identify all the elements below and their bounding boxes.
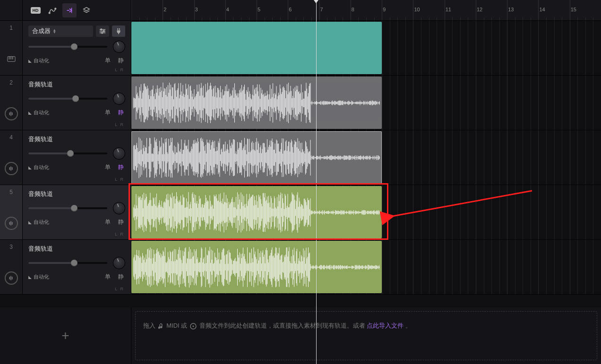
mute-button[interactable]: 静 [117,272,125,282]
automation-toggle[interactable]: ◣自动化 [28,273,99,280]
solo-button[interactable]: 单 [103,272,112,282]
lr-label: L R [115,122,124,127]
track-name: 合成器 [32,27,51,35]
mute-button[interactable]: 静 [117,162,125,172]
svg-point-8 [102,32,103,34]
pan-knob[interactable] [113,257,125,269]
hd-button[interactable]: HD [28,3,43,17]
header: HD 2345678910111213141516 [0,0,601,21]
track-lane[interactable] [131,240,601,294]
piano-icon [5,52,18,66]
volume-slider[interactable] [28,98,107,100]
mute-button[interactable]: 静 [117,56,125,66]
track-lane[interactable] [131,76,601,130]
track-index[interactable]: 4 [0,130,23,185]
pan-knob[interactable] [113,147,125,160]
svg-rect-5 [12,57,13,59]
plugin-button[interactable] [112,25,125,37]
add-track-button[interactable]: + [0,307,131,364]
svg-point-1 [55,8,56,9]
volume-slider[interactable] [28,207,107,209]
track-lane[interactable] [131,130,601,185]
lr-label: L R [115,287,124,291]
snap-tool-button[interactable] [62,3,77,17]
timeline-ruler[interactable]: 2345678910111213141516 [131,0,601,20]
automation-toggle[interactable]: ◣自动化 [28,219,99,226]
track-panel: 音频轨道◣自动化单静L R [23,130,131,185]
mute-button[interactable]: 静 [117,217,125,227]
toolbar: HD [23,0,131,20]
header-left-spacer [0,0,23,20]
solo-button[interactable]: 单 [103,217,112,227]
track-panel: 音频轨道◣自动化单静L R [23,240,131,294]
pan-knob[interactable] [113,93,125,105]
svg-point-6 [101,29,102,30]
mute-button[interactable]: 静 [117,108,125,118]
chevron-updown-icon: ▴▾ [53,29,56,34]
pan-knob[interactable] [113,41,125,53]
waveform-icon [5,271,18,285]
note-icon [158,323,164,330]
playhead[interactable] [316,0,317,364]
svg-point-7 [103,31,104,32]
mixer-button[interactable] [96,25,109,37]
track-name[interactable]: 音频轨道 [28,135,53,144]
track-name[interactable]: 音频轨道 [28,190,53,198]
svg-point-10 [192,325,194,327]
track-index[interactable]: 3 [0,240,23,294]
instrument-select[interactable]: 合成器▴▾ [28,25,93,37]
waveform-icon [5,107,18,120]
track-row: 3音频轨道◣自动化单静L R [0,240,601,295]
clip[interactable] [131,241,382,293]
tracks-area: 1合成器▴▾◣自动化单静L R2音频轨道◣自动化单静L R4音频轨道◣自动化单静… [0,21,601,307]
solo-button[interactable]: 单 [103,108,112,118]
svg-point-0 [49,12,50,14]
drop-zone-row: + 拖入 MIDI 或 音频文件到此处创建轨道，或直接拖入素材到现有轨道。或者 … [0,307,601,364]
track-row: 5音频轨道◣自动化单静L R [0,185,601,240]
drop-text: MIDI [166,322,179,329]
pan-knob[interactable] [113,202,125,214]
clip[interactable] [131,131,382,184]
track-name[interactable]: 音频轨道 [28,80,53,89]
volume-slider[interactable] [28,262,107,264]
disc-icon [190,323,197,330]
clip[interactable] [131,186,382,238]
drop-text: 或 [181,322,187,329]
drop-zone[interactable]: 拖入 MIDI 或 音频文件到此处创建轨道，或直接拖入素材到现有轨道。或者 点此… [135,311,597,360]
track-panel: 合成器▴▾◣自动化单静L R [23,21,131,75]
lr-label: L R [115,232,124,237]
volume-slider[interactable] [28,46,107,48]
svg-rect-3 [9,57,9,59]
clip[interactable] [131,76,382,129]
waveform [133,80,380,125]
track-index[interactable]: 2 [0,76,23,130]
volume-slider[interactable] [28,152,107,154]
track-panel: 音频轨道◣自动化单静L R [23,76,131,130]
track-lane[interactable] [131,185,601,239]
track-index[interactable]: 5 [0,185,23,239]
drop-text: 拖入 [143,322,155,329]
track-index[interactable]: 1 [0,21,23,75]
track-panel: 音频轨道◣自动化单静L R [23,185,131,239]
drop-text: 。 [405,322,412,329]
automation-toggle[interactable]: ◣自动化 [28,164,99,171]
track-name[interactable]: 音频轨道 [28,245,53,253]
waveform-icon [5,162,18,175]
track-lane[interactable] [131,21,601,75]
waveform [133,135,380,180]
solo-button[interactable]: 单 [103,56,112,66]
lr-label: L R [115,177,124,182]
track-row: 2音频轨道◣自动化单静L R [0,76,601,130]
solo-button[interactable]: 单 [103,162,112,172]
track-row: 1合成器▴▾◣自动化单静L R [0,21,601,76]
automation-toggle[interactable]: ◣自动化 [28,109,99,116]
curve-tool-button[interactable] [45,3,60,17]
import-file-link[interactable]: 点此导入文件 [367,322,404,329]
clip[interactable] [131,22,382,74]
drop-text: 音频文件到此处创建轨道，或直接拖入素材到现有轨道。或者 [199,322,365,329]
lr-label: L R [115,68,124,72]
waveform-icon [5,217,18,230]
svg-rect-4 [10,57,11,59]
automation-toggle[interactable]: ◣自动化 [28,57,99,64]
layers-button[interactable] [79,3,94,17]
